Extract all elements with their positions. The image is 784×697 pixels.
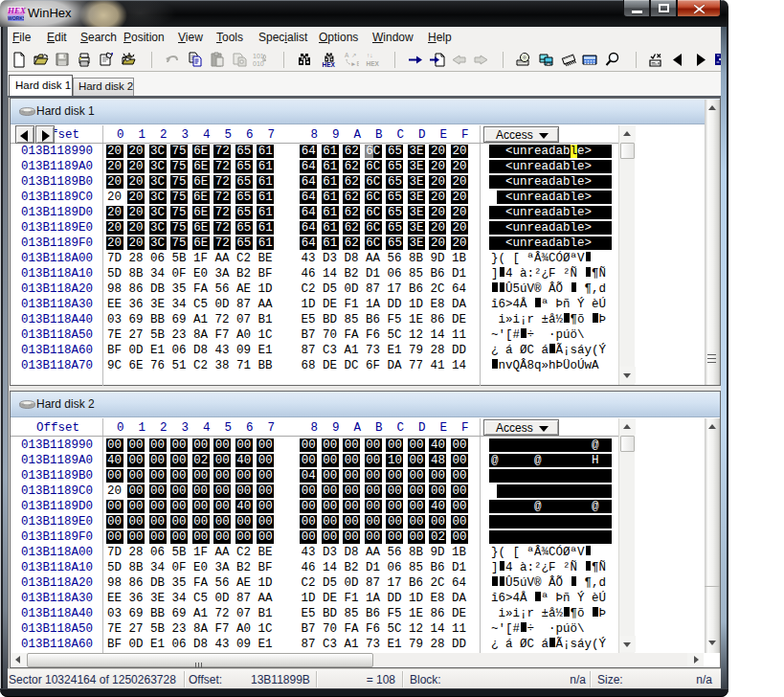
- svg-text:HEX: HEX: [367, 60, 380, 67]
- svg-text:HEX: HEX: [322, 61, 335, 68]
- svg-text:↑↓: ↑↓: [367, 52, 373, 58]
- svg-text:010: 010: [253, 60, 264, 67]
- svg-text:►B: ►B: [350, 60, 359, 67]
- svg-text:101: 101: [253, 53, 264, 59]
- svg-text:↗: ↗: [351, 52, 356, 58]
- svg-text:A: A: [345, 52, 349, 58]
